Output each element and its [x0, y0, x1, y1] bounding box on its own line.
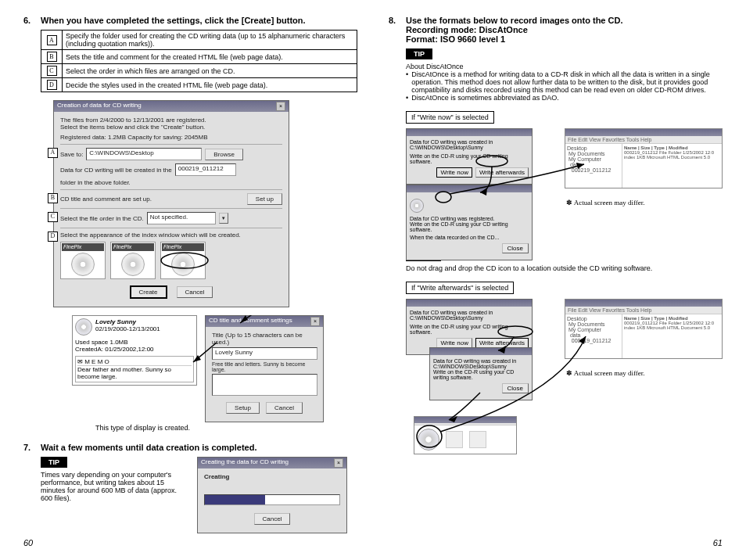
tip-badge: TIP: [41, 457, 67, 468]
saveto-input[interactable]: C:\WINDOWS\Desktop: [86, 148, 202, 160]
folder-icon: [446, 431, 463, 448]
style-thumb[interactable]: FinePix: [110, 242, 156, 279]
step8-heading: 8. Use the formats below to record image…: [389, 16, 723, 44]
writenow-button[interactable]: Write now: [436, 167, 472, 178]
progress-bar: [204, 494, 340, 505]
writing-dialog: Data for CD writing was registered. Writ…: [406, 185, 533, 260]
close-icon[interactable]: ×: [276, 102, 285, 111]
chevron-down-icon[interactable]: ▼: [219, 213, 228, 224]
cancel-button[interactable]: Cancel: [266, 402, 303, 414]
cancel-button[interactable]: Cancel: [177, 286, 213, 298]
page-left: 6. When you have completed the settings,…: [23, 16, 357, 547]
differ-note: ✽ Actual screen may differ.: [566, 199, 723, 206]
writenow-label: If "Write now" is selected: [406, 111, 494, 124]
page-number: 61: [713, 538, 723, 547]
caption: This type of display is created.: [95, 424, 357, 432]
progress-dialog: Creating the data for CD writing× Creati…: [197, 457, 347, 533]
page-right: 8. Use the formats below to record image…: [389, 16, 723, 547]
writeafter-button[interactable]: Write afterwards: [475, 167, 529, 178]
definitions-table: ASpecify the folder used for creating th…: [41, 30, 357, 92]
page-number: 60: [23, 538, 33, 547]
folder-input[interactable]: 000219_011212: [175, 163, 236, 176]
step7-heading: 7. Wait a few moments until data creatio…: [23, 443, 357, 452]
create-button[interactable]: Create: [130, 285, 167, 299]
differ-note-2: ✽ Actual screen may differ.: [566, 369, 723, 377]
explorer-window: File Edit View Favorites Tools Help Desk…: [565, 128, 723, 188]
completed-dialog: Data for CD writing was created in C:\WI…: [406, 128, 533, 185]
setup-button[interactable]: Setup: [226, 402, 260, 414]
close-icon[interactable]: ×: [334, 458, 343, 468]
cd-icon: [410, 199, 424, 213]
cd-icon[interactable]: [418, 429, 439, 451]
explorer-small: [414, 416, 517, 454]
explorer-window-2: File Edit View Favorites Tools Help Desk…: [565, 299, 723, 359]
writeafter-label: If "Write afterwards" is selected: [406, 282, 514, 294]
close-button[interactable]: Close: [502, 243, 529, 253]
setup-button[interactable]: Set up: [247, 193, 282, 205]
browse-button[interactable]: Browse: [205, 149, 243, 160]
close-icon[interactable]: ×: [310, 317, 320, 326]
title-input[interactable]: Lovely Sunny: [212, 347, 317, 360]
style-thumb[interactable]: FinePix: [60, 242, 106, 279]
create-dialog: Creation of data for CD writing× The fil…: [53, 100, 289, 307]
title-comment-dialog: CD title and comment settings× Title (Up…: [205, 315, 324, 422]
style-thumb[interactable]: FinePix: [160, 242, 206, 279]
comment-input[interactable]: [212, 374, 317, 396]
cd-icon: [75, 318, 92, 336]
close-button[interactable]: Close: [502, 383, 529, 393]
cancel-button[interactable]: Cancel: [254, 513, 291, 525]
tip-badge: TIP: [406, 48, 432, 59]
step6-heading: 6. When you have completed the settings,…: [23, 16, 357, 25]
folder-icon: [469, 431, 486, 448]
preview-card: Lovely Sunny 02/19/2000-12/13/2001 Used …: [72, 315, 197, 386]
writing-dialog-2: Data for CD writing was created in C:\WI…: [429, 347, 533, 400]
order-select[interactable]: Not specified.: [147, 212, 216, 224]
